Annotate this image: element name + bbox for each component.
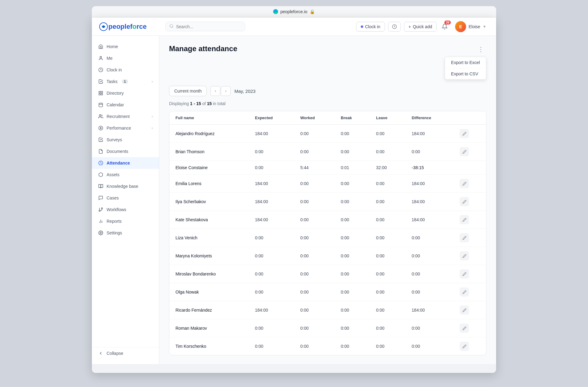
- sidebar-item-knowledge-base[interactable]: Knowledge base: [92, 180, 159, 192]
- workflows-icon: [98, 207, 104, 212]
- row-name: Brian Thomson: [169, 143, 249, 161]
- calendar-icon: [98, 102, 104, 108]
- row-leave: 0:00: [370, 143, 405, 161]
- timer-button[interactable]: [388, 22, 401, 32]
- row-leave: 0:00: [370, 229, 405, 247]
- row-difference: 0:00: [405, 283, 454, 301]
- bell-icon: [442, 24, 448, 30]
- row-break: 0:00: [335, 265, 370, 283]
- avatar-btn[interactable]: E Eloise ▼: [453, 20, 489, 33]
- chevron-down-icon: ▼: [483, 25, 486, 29]
- row-difference: -38:15: [405, 161, 454, 175]
- sidebar-item-assets[interactable]: Assets: [92, 169, 159, 180]
- sidebar-item-workflows[interactable]: Workflows: [92, 204, 159, 215]
- reports-icon: [98, 218, 104, 224]
- row-worked: 0:00: [294, 283, 335, 301]
- clock-in-button[interactable]: Clock in: [356, 22, 385, 32]
- row-action-button[interactable]: [460, 129, 469, 138]
- table-row: Kate Shestakova 184:00 0:00 0:00 0:00 18…: [169, 211, 486, 229]
- row-leave: 0:00: [370, 175, 405, 193]
- row-action-button[interactable]: [460, 287, 469, 297]
- sidebar-item-calendar[interactable]: Calendar: [92, 99, 159, 111]
- sidebar-item-collapse[interactable]: Collapse: [92, 347, 159, 359]
- row-expected: 184:00: [249, 301, 294, 319]
- row-worked: 0:00: [294, 211, 335, 229]
- row-action-button[interactable]: [460, 233, 469, 242]
- export-csv-item[interactable]: Export to CSV: [445, 68, 486, 79]
- row-break: 0:00: [335, 193, 370, 211]
- surveys-icon: [98, 137, 104, 142]
- row-name: Ricardo Fernández: [169, 301, 249, 319]
- more-options-button[interactable]: ⋮: [475, 44, 486, 54]
- row-break: 0:00: [335, 175, 370, 193]
- row-worked: 0:00: [294, 175, 335, 193]
- notification-bell[interactable]: 39: [440, 22, 450, 32]
- sidebar-item-reports[interactable]: Reports: [92, 215, 159, 227]
- row-leave: 32:00: [370, 161, 405, 175]
- row-worked: 0:00: [294, 301, 335, 319]
- col-difference: Difference: [405, 111, 454, 125]
- svg-point-24: [100, 232, 101, 233]
- table-row: Olga Nowak 0:00 0:00 0:00 0:00 0:00: [169, 283, 486, 301]
- row-action-cell: [454, 283, 486, 301]
- row-action-button[interactable]: [460, 251, 469, 260]
- sidebar-label-clock-in: Clock in: [107, 67, 122, 72]
- row-difference: 0:00: [405, 247, 454, 265]
- quick-add-button[interactable]: + Quick add: [404, 22, 437, 32]
- notification-badge: 39: [444, 21, 451, 25]
- sidebar-item-cases[interactable]: Cases: [92, 192, 159, 204]
- sidebar-item-documents[interactable]: Documents: [92, 146, 159, 157]
- sidebar-item-directory[interactable]: Directory: [92, 87, 159, 99]
- nav-arrows: ‹ ›: [210, 86, 231, 96]
- current-month-button[interactable]: Current month: [169, 86, 207, 96]
- attendance-table-container: Full name Expected Worked Break Leave Di…: [169, 111, 486, 355]
- row-leave: 0:00: [370, 265, 405, 283]
- row-action-button[interactable]: [460, 269, 469, 279]
- search-input[interactable]: [176, 24, 241, 29]
- row-difference: 184:00: [405, 125, 454, 143]
- sidebar-item-tasks[interactable]: Tasks 1 ›: [92, 76, 159, 87]
- svg-point-20: [99, 210, 100, 211]
- row-action-button[interactable]: [460, 305, 469, 315]
- row-name: Tim Korschenko: [169, 337, 249, 355]
- recruitment-icon: [98, 114, 104, 119]
- table-row: Maryna Kolomiyets 0:00 0:00 0:00 0:00 0:…: [169, 247, 486, 265]
- sidebar-label-assets: Assets: [107, 172, 119, 177]
- lock-icon: 🔒: [310, 9, 315, 14]
- table-header-row: Full name Expected Worked Break Leave Di…: [169, 111, 486, 125]
- search-bar[interactable]: [165, 22, 245, 31]
- row-worked: 5:44: [294, 161, 335, 175]
- row-action-button[interactable]: [460, 147, 469, 156]
- prev-month-button[interactable]: ‹: [210, 86, 220, 96]
- next-month-button[interactable]: ›: [221, 86, 231, 96]
- sidebar-item-home[interactable]: Home: [92, 41, 159, 52]
- row-break: 0:00: [335, 125, 370, 143]
- row-action-cell: [454, 175, 486, 193]
- sidebar-item-recruitment[interactable]: Recruitment ›: [92, 111, 159, 122]
- row-action-button[interactable]: [460, 324, 469, 333]
- svg-rect-6: [99, 91, 100, 93]
- row-difference: 0:00: [405, 319, 454, 337]
- row-action-button[interactable]: [460, 179, 469, 188]
- row-difference: 184:00: [405, 211, 454, 229]
- sidebar-item-performance[interactable]: Performance ›: [92, 122, 159, 134]
- tasks-badge: 1: [122, 79, 128, 84]
- sidebar-label-performance: Performance: [107, 126, 131, 131]
- export-excel-item[interactable]: Export to Excel: [445, 57, 486, 68]
- sidebar-item-attendance[interactable]: Attendance: [92, 157, 159, 169]
- sidebar-item-clock-in[interactable]: Clock in: [92, 64, 159, 76]
- row-action-button[interactable]: [460, 215, 469, 224]
- row-action-button[interactable]: [460, 342, 469, 351]
- logo-icon: [99, 22, 108, 31]
- row-name: Roman Makarov: [169, 319, 249, 337]
- sidebar-item-me[interactable]: Me: [92, 52, 159, 64]
- col-worked: Worked: [294, 111, 335, 125]
- sidebar-item-settings[interactable]: Settings: [92, 227, 159, 239]
- top-header: peopleforce Clock in + Quick add 39: [92, 17, 496, 36]
- row-action-button[interactable]: [460, 197, 469, 206]
- row-difference: 184:00: [405, 301, 454, 319]
- row-action-cell: [454, 337, 486, 355]
- sidebar-item-surveys[interactable]: Surveys: [92, 134, 159, 146]
- documents-icon: [98, 149, 104, 154]
- row-worked: 0:00: [294, 125, 335, 143]
